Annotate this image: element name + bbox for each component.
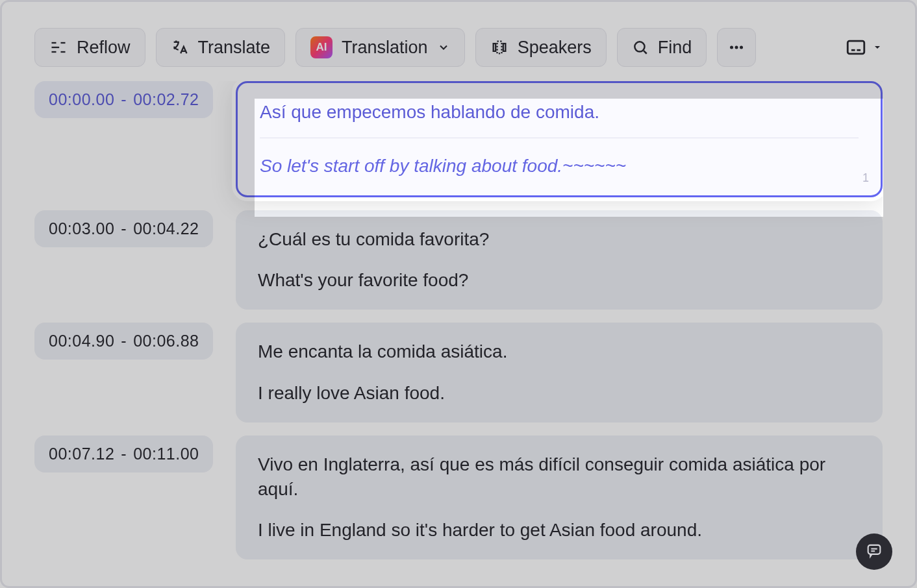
segment-row: 00:07.12 - 00:11.00 Vivo en Inglaterra, …	[34, 435, 883, 559]
segment-cell[interactable]: ¿Cuál es tu comida favorita? What's your…	[236, 210, 883, 310]
reflow-button[interactable]: Reflow	[34, 28, 145, 67]
timecode-dash: -	[121, 445, 127, 463]
toolbar: Reflow Translate AI Translation Speakers	[34, 28, 883, 67]
chat-icon	[865, 541, 883, 562]
timecode-pill[interactable]: 00:00.00 - 00:02.72	[34, 81, 213, 118]
more-icon	[727, 38, 746, 57]
transcript-editor: 00:00.00 - 00:02.72 Así que empecemos ha…	[34, 81, 883, 587]
find-label: Find	[658, 38, 692, 58]
svg-rect-5	[868, 545, 881, 554]
reflow-icon	[49, 38, 68, 56]
subtitle-icon	[845, 36, 867, 58]
target-text[interactable]: What's your favorite food?	[258, 268, 860, 293]
target-text[interactable]: So let's start off by talking about food…	[260, 154, 859, 178]
svg-point-1	[730, 46, 733, 49]
reflow-label: Reflow	[77, 38, 131, 58]
svg-point-0	[634, 42, 644, 51]
timecode-start: 00:04.90	[49, 332, 114, 350]
ai-icon: AI	[310, 36, 333, 58]
speakers-icon	[490, 38, 509, 56]
caret-down-icon	[872, 42, 883, 53]
segment-cell[interactable]: Así que empecemos hablando de comida. So…	[236, 81, 883, 197]
speakers-button[interactable]: Speakers	[475, 28, 607, 67]
timecode-start: 00:00.00	[49, 90, 114, 109]
svg-rect-4	[848, 41, 864, 54]
segment-row: 00:00.00 - 00:02.72 Así que empecemos ha…	[34, 81, 883, 197]
more-button[interactable]	[717, 28, 756, 67]
timecode-dash: -	[121, 90, 127, 109]
timecode-dash: -	[121, 332, 127, 350]
timecode-end: 00:04.22	[133, 219, 199, 238]
translate-label: Translate	[198, 38, 271, 58]
source-text[interactable]: ¿Cuál es tu comida favorita?	[258, 227, 860, 252]
language-icon	[171, 38, 189, 56]
search-icon	[632, 39, 649, 56]
segment-cell[interactable]: Me encanta la comida asiática. I really …	[236, 323, 883, 423]
timecode-pill[interactable]: 00:04.90 - 00:06.88	[34, 323, 213, 360]
translation-label: Translation	[342, 38, 428, 58]
segment-cell[interactable]: Vivo en Inglaterra, así que es más difíc…	[236, 435, 883, 559]
segment-row: 00:04.90 - 00:06.88 Me encanta la comida…	[34, 323, 883, 423]
translate-button[interactable]: Translate	[156, 28, 286, 67]
source-text[interactable]: Así que empecemos hablando de comida.	[260, 100, 859, 138]
translation-dropdown[interactable]: AI Translation	[295, 28, 465, 67]
segment-index: 1	[862, 170, 869, 186]
chat-fab[interactable]	[856, 533, 892, 570]
source-text[interactable]: Me encanta la comida asiática.	[258, 339, 860, 364]
timecode-pill[interactable]: 00:07.12 - 00:11.00	[34, 435, 213, 472]
subtitle-view-toggle[interactable]	[845, 36, 883, 58]
timecode-start: 00:03.00	[49, 219, 114, 238]
timecode-dash: -	[121, 219, 127, 238]
speakers-label: Speakers	[518, 38, 592, 58]
chevron-down-icon	[437, 41, 450, 54]
svg-point-2	[735, 46, 738, 49]
find-button[interactable]: Find	[617, 28, 707, 67]
target-text[interactable]: I live in England so it's harder to get …	[258, 518, 860, 543]
timecode-end: 00:11.00	[133, 445, 199, 463]
timecode-pill[interactable]: 00:03.00 - 00:04.22	[34, 210, 213, 247]
timecode-end: 00:06.88	[133, 332, 199, 350]
source-text[interactable]: Vivo en Inglaterra, así que es más difíc…	[258, 452, 860, 502]
timecode-start: 00:07.12	[49, 445, 114, 463]
svg-point-3	[740, 46, 743, 49]
segment-row: 00:03.00 - 00:04.22 ¿Cuál es tu comida f…	[34, 210, 883, 310]
target-text[interactable]: I really love Asian food.	[258, 381, 860, 406]
timecode-end: 00:02.72	[133, 90, 199, 109]
